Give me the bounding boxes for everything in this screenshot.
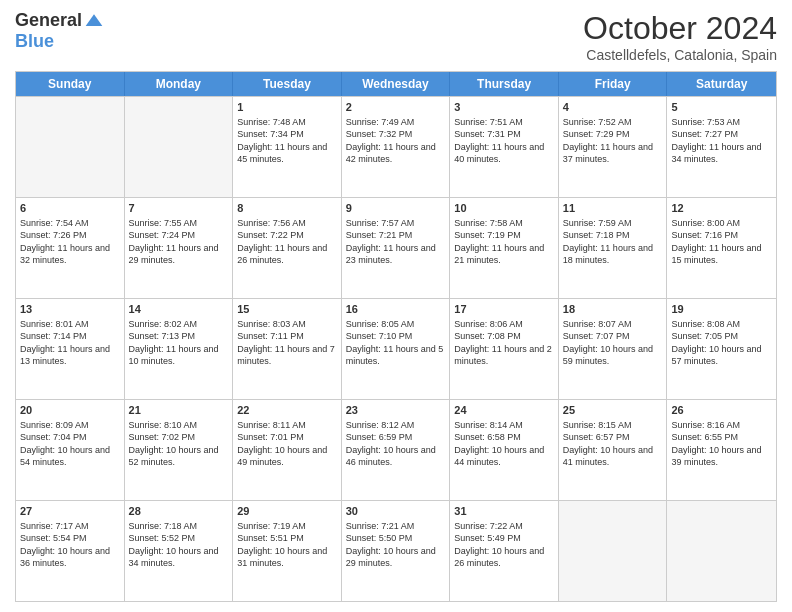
cell-detail: Sunrise: 8:06 AM Sunset: 7:08 PM Dayligh… xyxy=(454,318,554,367)
calendar-cell: 29Sunrise: 7:19 AM Sunset: 5:51 PM Dayli… xyxy=(233,501,342,601)
day-number: 9 xyxy=(346,201,446,215)
cell-detail: Sunrise: 7:19 AM Sunset: 5:51 PM Dayligh… xyxy=(237,520,337,569)
svg-marker-0 xyxy=(86,14,103,26)
calendar-cell: 16Sunrise: 8:05 AM Sunset: 7:10 PM Dayli… xyxy=(342,299,451,399)
logo-icon xyxy=(84,11,104,31)
calendar-cell: 22Sunrise: 8:11 AM Sunset: 7:01 PM Dayli… xyxy=(233,400,342,500)
calendar-cell: 4Sunrise: 7:52 AM Sunset: 7:29 PM Daylig… xyxy=(559,97,668,197)
calendar-cell: 2Sunrise: 7:49 AM Sunset: 7:32 PM Daylig… xyxy=(342,97,451,197)
cell-detail: Sunrise: 7:22 AM Sunset: 5:49 PM Dayligh… xyxy=(454,520,554,569)
calendar-week-1: 1Sunrise: 7:48 AM Sunset: 7:34 PM Daylig… xyxy=(16,96,776,197)
day-number: 30 xyxy=(346,504,446,518)
calendar-body: 1Sunrise: 7:48 AM Sunset: 7:34 PM Daylig… xyxy=(16,96,776,601)
calendar-cell: 28Sunrise: 7:18 AM Sunset: 5:52 PM Dayli… xyxy=(125,501,234,601)
cell-detail: Sunrise: 8:11 AM Sunset: 7:01 PM Dayligh… xyxy=(237,419,337,468)
calendar-cell: 13Sunrise: 8:01 AM Sunset: 7:14 PM Dayli… xyxy=(16,299,125,399)
title-section: October 2024 Castelldefels, Catalonia, S… xyxy=(583,10,777,63)
day-number: 3 xyxy=(454,100,554,114)
day-header-saturday: Saturday xyxy=(667,72,776,96)
day-number: 7 xyxy=(129,201,229,215)
cell-detail: Sunrise: 8:16 AM Sunset: 6:55 PM Dayligh… xyxy=(671,419,772,468)
logo-blue-text: Blue xyxy=(15,31,54,51)
cell-detail: Sunrise: 8:01 AM Sunset: 7:14 PM Dayligh… xyxy=(20,318,120,367)
day-number: 26 xyxy=(671,403,772,417)
day-number: 10 xyxy=(454,201,554,215)
day-number: 4 xyxy=(563,100,663,114)
calendar-cell: 5Sunrise: 7:53 AM Sunset: 7:27 PM Daylig… xyxy=(667,97,776,197)
day-number: 31 xyxy=(454,504,554,518)
cell-detail: Sunrise: 8:03 AM Sunset: 7:11 PM Dayligh… xyxy=(237,318,337,367)
calendar-week-5: 27Sunrise: 7:17 AM Sunset: 5:54 PM Dayli… xyxy=(16,500,776,601)
cell-detail: Sunrise: 7:51 AM Sunset: 7:31 PM Dayligh… xyxy=(454,116,554,165)
calendar-cell: 1Sunrise: 7:48 AM Sunset: 7:34 PM Daylig… xyxy=(233,97,342,197)
cell-detail: Sunrise: 7:55 AM Sunset: 7:24 PM Dayligh… xyxy=(129,217,229,266)
header: General Blue October 2024 Castelldefels,… xyxy=(15,10,777,63)
day-number: 19 xyxy=(671,302,772,316)
calendar-cell xyxy=(16,97,125,197)
cell-detail: Sunrise: 7:58 AM Sunset: 7:19 PM Dayligh… xyxy=(454,217,554,266)
calendar-cell: 25Sunrise: 8:15 AM Sunset: 6:57 PM Dayli… xyxy=(559,400,668,500)
day-number: 11 xyxy=(563,201,663,215)
cell-detail: Sunrise: 7:56 AM Sunset: 7:22 PM Dayligh… xyxy=(237,217,337,266)
day-number: 5 xyxy=(671,100,772,114)
day-number: 18 xyxy=(563,302,663,316)
cell-detail: Sunrise: 8:07 AM Sunset: 7:07 PM Dayligh… xyxy=(563,318,663,367)
day-number: 15 xyxy=(237,302,337,316)
calendar-cell: 18Sunrise: 8:07 AM Sunset: 7:07 PM Dayli… xyxy=(559,299,668,399)
month-title: October 2024 xyxy=(583,10,777,47)
calendar-cell: 10Sunrise: 7:58 AM Sunset: 7:19 PM Dayli… xyxy=(450,198,559,298)
day-number: 24 xyxy=(454,403,554,417)
calendar-week-4: 20Sunrise: 8:09 AM Sunset: 7:04 PM Dayli… xyxy=(16,399,776,500)
cell-detail: Sunrise: 7:49 AM Sunset: 7:32 PM Dayligh… xyxy=(346,116,446,165)
calendar-week-2: 6Sunrise: 7:54 AM Sunset: 7:26 PM Daylig… xyxy=(16,197,776,298)
cell-detail: Sunrise: 7:48 AM Sunset: 7:34 PM Dayligh… xyxy=(237,116,337,165)
cell-detail: Sunrise: 8:05 AM Sunset: 7:10 PM Dayligh… xyxy=(346,318,446,367)
day-number: 22 xyxy=(237,403,337,417)
day-header-sunday: Sunday xyxy=(16,72,125,96)
calendar-header: SundayMondayTuesdayWednesdayThursdayFrid… xyxy=(16,72,776,96)
calendar-cell: 11Sunrise: 7:59 AM Sunset: 7:18 PM Dayli… xyxy=(559,198,668,298)
calendar: SundayMondayTuesdayWednesdayThursdayFrid… xyxy=(15,71,777,602)
day-number: 27 xyxy=(20,504,120,518)
cell-detail: Sunrise: 7:21 AM Sunset: 5:50 PM Dayligh… xyxy=(346,520,446,569)
cell-detail: Sunrise: 8:00 AM Sunset: 7:16 PM Dayligh… xyxy=(671,217,772,266)
calendar-cell: 31Sunrise: 7:22 AM Sunset: 5:49 PM Dayli… xyxy=(450,501,559,601)
day-header-tuesday: Tuesday xyxy=(233,72,342,96)
location: Castelldefels, Catalonia, Spain xyxy=(583,47,777,63)
calendar-cell: 24Sunrise: 8:14 AM Sunset: 6:58 PM Dayli… xyxy=(450,400,559,500)
calendar-cell: 14Sunrise: 8:02 AM Sunset: 7:13 PM Dayli… xyxy=(125,299,234,399)
calendar-cell: 20Sunrise: 8:09 AM Sunset: 7:04 PM Dayli… xyxy=(16,400,125,500)
logo: General Blue xyxy=(15,10,104,52)
day-number: 14 xyxy=(129,302,229,316)
day-header-friday: Friday xyxy=(559,72,668,96)
cell-detail: Sunrise: 8:10 AM Sunset: 7:02 PM Dayligh… xyxy=(129,419,229,468)
day-number: 28 xyxy=(129,504,229,518)
calendar-cell: 12Sunrise: 8:00 AM Sunset: 7:16 PM Dayli… xyxy=(667,198,776,298)
calendar-cell: 9Sunrise: 7:57 AM Sunset: 7:21 PM Daylig… xyxy=(342,198,451,298)
cell-detail: Sunrise: 8:15 AM Sunset: 6:57 PM Dayligh… xyxy=(563,419,663,468)
cell-detail: Sunrise: 7:57 AM Sunset: 7:21 PM Dayligh… xyxy=(346,217,446,266)
cell-detail: Sunrise: 7:52 AM Sunset: 7:29 PM Dayligh… xyxy=(563,116,663,165)
logo-general-text: General xyxy=(15,10,82,31)
day-number: 8 xyxy=(237,201,337,215)
day-header-monday: Monday xyxy=(125,72,234,96)
cell-detail: Sunrise: 7:54 AM Sunset: 7:26 PM Dayligh… xyxy=(20,217,120,266)
calendar-cell: 30Sunrise: 7:21 AM Sunset: 5:50 PM Dayli… xyxy=(342,501,451,601)
day-number: 12 xyxy=(671,201,772,215)
day-number: 16 xyxy=(346,302,446,316)
cell-detail: Sunrise: 8:08 AM Sunset: 7:05 PM Dayligh… xyxy=(671,318,772,367)
calendar-cell xyxy=(559,501,668,601)
page: General Blue October 2024 Castelldefels,… xyxy=(0,0,792,612)
day-number: 6 xyxy=(20,201,120,215)
day-header-wednesday: Wednesday xyxy=(342,72,451,96)
day-number: 29 xyxy=(237,504,337,518)
cell-detail: Sunrise: 8:02 AM Sunset: 7:13 PM Dayligh… xyxy=(129,318,229,367)
day-header-thursday: Thursday xyxy=(450,72,559,96)
cell-detail: Sunrise: 7:17 AM Sunset: 5:54 PM Dayligh… xyxy=(20,520,120,569)
logo-text: General xyxy=(15,10,104,31)
calendar-cell: 6Sunrise: 7:54 AM Sunset: 7:26 PM Daylig… xyxy=(16,198,125,298)
day-number: 1 xyxy=(237,100,337,114)
cell-detail: Sunrise: 8:14 AM Sunset: 6:58 PM Dayligh… xyxy=(454,419,554,468)
day-number: 21 xyxy=(129,403,229,417)
calendar-cell xyxy=(667,501,776,601)
